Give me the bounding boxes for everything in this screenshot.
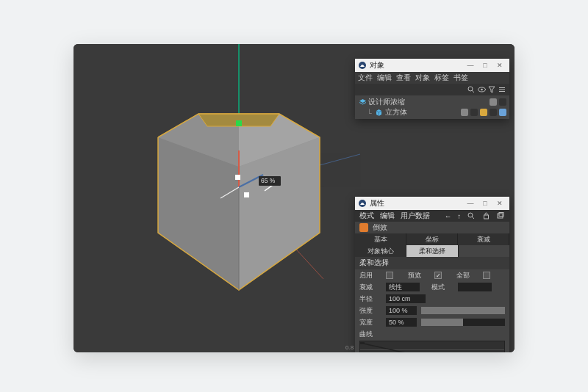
search-icon[interactable]	[467, 211, 476, 220]
label-curve: 曲线	[359, 330, 381, 339]
objects-menubar: 文件 编辑 查看 对象 标签 书签	[355, 72, 509, 84]
lock-icon[interactable]	[481, 211, 490, 220]
render-dot[interactable]	[470, 109, 478, 116]
gizmo-handle-b[interactable]	[244, 192, 249, 197]
menu-tags[interactable]: 标签	[434, 73, 449, 83]
object-row[interactable]: 设计师浓缩	[355, 97, 509, 107]
tag-slot[interactable]	[490, 109, 497, 116]
menu-edit[interactable]: 编辑	[380, 211, 395, 221]
objects-title: 对象	[370, 60, 384, 70]
curve-handle-start[interactable]	[360, 342, 365, 344]
menu-file[interactable]: 文件	[358, 73, 373, 83]
row-strength: 强度	[355, 305, 509, 316]
tab-falloff[interactable]: 衰减	[458, 233, 509, 245]
vis-dot[interactable]	[490, 98, 497, 106]
menu-edit[interactable]: 编辑	[377, 73, 392, 83]
curve-line[interactable]	[363, 344, 501, 352]
label-mode: 模式	[431, 283, 453, 292]
tag-poly[interactable]	[480, 109, 487, 116]
tab-basic[interactable]: 基本	[355, 233, 406, 245]
filter-icon[interactable]	[487, 85, 496, 94]
objects-toolbar	[355, 84, 509, 95]
graph-svg	[360, 341, 504, 352]
objects-titlebar[interactable]: 对象 — □ ✕	[355, 59, 509, 72]
graph-y-0: 0.8	[345, 344, 354, 351]
input-radius[interactable]	[386, 294, 426, 303]
gizmo-scale-handle[interactable]	[236, 120, 242, 126]
object-badges	[461, 109, 506, 116]
object-name: 立方体	[385, 108, 407, 117]
close-button[interactable]: ✕	[493, 60, 506, 70]
svg-line-15	[472, 217, 474, 219]
minimize-button[interactable]: —	[464, 60, 477, 70]
nav-back-icon[interactable]: ←	[445, 212, 452, 220]
object-type-icon	[359, 223, 368, 232]
percent-label: 65 %	[261, 177, 275, 184]
c4d-window: 65 % 对象 — □ ✕ 文件 编辑 查看	[74, 44, 514, 352]
layers-icon	[358, 98, 367, 106]
row-falloff-mode: 衰减 模式	[355, 281, 509, 293]
object-row[interactable]: └ 立方体	[355, 107, 509, 117]
tag-phong[interactable]	[499, 109, 506, 116]
app-icon	[358, 199, 367, 208]
svg-point-14	[468, 213, 473, 217]
object-badges	[490, 98, 506, 106]
new-window-icon[interactable]	[496, 211, 505, 220]
checkbox-allin[interactable]	[483, 272, 490, 279]
menu-view[interactable]: 查看	[396, 73, 411, 83]
label-radius: 半径	[359, 294, 381, 304]
tab-coord[interactable]: 坐标	[406, 233, 458, 245]
maximize-button[interactable]: □	[478, 198, 492, 208]
input-width[interactable]	[386, 318, 417, 327]
nav-up-icon[interactable]: ↑	[457, 212, 461, 220]
row-width: 宽度	[355, 316, 509, 328]
attr-menubar: 模式 编辑 用户数据 ← ↑	[355, 210, 509, 222]
search-icon[interactable]	[467, 85, 476, 94]
falloff-graph[interactable]: 0.8 0.6 0.4	[359, 341, 505, 352]
svg-rect-16	[484, 215, 488, 219]
label-strength: 强度	[359, 306, 381, 316]
input-strength[interactable]	[386, 306, 417, 315]
menu-bookmark[interactable]: 书签	[453, 73, 468, 83]
attr-titlebar[interactable]: 属性 — □ ✕	[355, 197, 509, 210]
row-radius: 半径	[355, 293, 509, 305]
svg-point-9	[481, 89, 483, 91]
menu-icon[interactable]	[498, 85, 506, 94]
row-enable-preview: 启用 预览 全部	[355, 269, 509, 281]
label-allin: 全部	[456, 271, 478, 280]
close-button[interactable]: ✕	[493, 198, 506, 208]
render-dot[interactable]	[499, 98, 506, 106]
maximize-button[interactable]: □	[478, 60, 492, 70]
objects-panel: 对象 — □ ✕ 文件 编辑 查看 对象 标签 书签	[355, 59, 509, 119]
section-title: 柔和选择	[355, 257, 509, 269]
objects-tree: 设计师浓缩 └ 立方体	[355, 95, 509, 119]
svg-line-7	[472, 90, 474, 92]
attr-object-header: 倒效	[355, 222, 509, 233]
label-width: 宽度	[359, 318, 381, 327]
input-mode[interactable]	[458, 283, 492, 291]
tab-softselect[interactable]: 柔和选择	[406, 245, 458, 257]
minimize-button[interactable]: —	[464, 198, 477, 208]
object-name: 设计师浓缩	[368, 98, 405, 107]
app-icon	[358, 61, 367, 70]
slider-width[interactable]	[421, 319, 505, 326]
menu-object[interactable]: 对象	[415, 73, 430, 83]
attr-tab-row-1: 基本 坐标 衰减	[355, 233, 509, 245]
attr-header-label: 倒效	[373, 223, 387, 233]
input-falloff[interactable]	[386, 283, 420, 291]
checkbox-enable[interactable]	[386, 272, 393, 279]
slider-strength[interactable]	[421, 307, 505, 314]
eye-icon[interactable]	[477, 85, 486, 94]
label-falloff: 衰减	[359, 283, 381, 292]
menu-mode[interactable]: 模式	[359, 211, 374, 221]
label-preview: 预览	[408, 271, 430, 280]
tab-axis[interactable]: 对象轴心	[355, 245, 406, 257]
attr-title: 属性	[370, 198, 384, 208]
gizmo-handle-a[interactable]	[235, 175, 240, 180]
svg-point-6	[468, 87, 473, 91]
vis-dot[interactable]	[461, 109, 468, 116]
row-curve: 曲线	[355, 328, 509, 339]
menu-userdata[interactable]: 用户数据	[401, 211, 430, 221]
checkbox-preview[interactable]	[434, 272, 442, 279]
attributes-panel: 属性 — □ ✕ 模式 编辑 用户数据 ← ↑ 倒效	[355, 197, 509, 352]
